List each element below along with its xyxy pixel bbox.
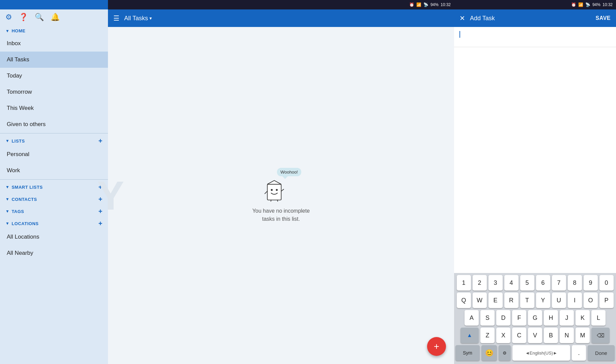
middle-panel: ☰ All Tasks ▾ Y Woohoo!: [108, 9, 454, 364]
sidebar-item-today[interactable]: Today: [0, 68, 108, 84]
lists-label: LISTS: [11, 139, 25, 144]
woohoo-illustration: Woohoo!: [261, 168, 301, 202]
sidebar-item-all-nearby[interactable]: All Nearby: [0, 245, 108, 261]
svg-point-3: [276, 189, 278, 191]
key-j[interactable]: J: [560, 310, 574, 326]
key-t[interactable]: T: [520, 293, 534, 308]
right-panel-header: ✕ Add Task SAVE: [454, 9, 616, 27]
section-smart-lists: ▼ SMART LISTS +: [0, 180, 108, 192]
emoji-key[interactable]: 😊: [481, 345, 497, 361]
bell-icon[interactable]: 🔔: [51, 13, 60, 22]
key-1[interactable]: 1: [457, 275, 471, 291]
key-w[interactable]: W: [473, 293, 487, 308]
time-right: 10:32: [603, 2, 613, 7]
keyboard-row-asdf: A S D F G H J K L: [455, 310, 615, 326]
key-a[interactable]: A: [465, 310, 479, 326]
key-5[interactable]: 5: [520, 275, 534, 291]
key-u[interactable]: U: [552, 293, 566, 308]
middle-panel-title: All Tasks ▾: [124, 15, 152, 22]
sidebar-item-this-week[interactable]: This Week: [0, 100, 108, 116]
signal-icon: 📡: [423, 2, 428, 7]
key-l[interactable]: L: [591, 310, 606, 326]
smart-lists-chevron: ▼: [5, 185, 9, 189]
sidebar-item-given-to-others[interactable]: Given to others: [0, 116, 108, 132]
key-g[interactable]: G: [528, 310, 542, 326]
key-7[interactable]: 7: [552, 275, 566, 291]
delete-key[interactable]: ⌫: [591, 328, 610, 343]
key-k[interactable]: K: [576, 310, 590, 326]
hamburger-icon[interactable]: ☰: [113, 14, 119, 22]
sidebar-item-inbox[interactable]: Inbox: [0, 35, 108, 52]
key-6[interactable]: 6: [536, 275, 550, 291]
svg-marker-1: [267, 180, 281, 184]
svg-line-6: [265, 191, 267, 193]
key-f[interactable]: F: [512, 310, 526, 326]
empty-state-text: You have no incompletetasks in this list…: [252, 207, 310, 223]
empty-state: Woohoo!: [252, 168, 310, 223]
key-4[interactable]: 4: [504, 275, 519, 291]
panel-content: Y Woohoo!: [108, 27, 454, 364]
close-button[interactable]: ✕: [459, 14, 465, 22]
period-key[interactable]: .: [572, 345, 586, 361]
sidebar-item-all-locations[interactable]: All Locations: [0, 229, 108, 245]
battery-mid: 94%: [430, 2, 439, 7]
contacts-chevron: ▼: [5, 197, 9, 202]
key-p[interactable]: P: [599, 293, 614, 308]
key-x[interactable]: X: [496, 328, 510, 343]
locations-chevron: ▼: [5, 221, 9, 226]
add-tag-button[interactable]: +: [99, 208, 103, 215]
space-key[interactable]: ◄ English(US) ►: [512, 345, 570, 361]
status-bar-right: ⏰ 📶 📡 94% 10:32: [454, 0, 616, 9]
key-y[interactable]: Y: [536, 293, 550, 308]
key-i[interactable]: I: [568, 293, 582, 308]
key-2[interactable]: 2: [473, 275, 487, 291]
fab-add-task[interactable]: +: [427, 337, 446, 356]
key-s[interactable]: S: [480, 310, 495, 326]
done-key[interactable]: Done: [588, 345, 615, 361]
add-smart-list-button[interactable]: +: [99, 184, 103, 190]
key-c[interactable]: C: [512, 328, 526, 343]
sidebar-item-personal[interactable]: Personal: [0, 146, 108, 162]
key-v[interactable]: V: [528, 328, 542, 343]
key-m[interactable]: M: [576, 328, 590, 343]
sidebar-item-all-tasks[interactable]: All Tasks: [0, 52, 108, 68]
key-h[interactable]: H: [544, 310, 558, 326]
key-q[interactable]: Q: [457, 293, 471, 308]
add-task-title: Add Task: [470, 15, 591, 22]
sidebar-item-tomorrow[interactable]: Tomorrow: [0, 84, 108, 100]
dropdown-chevron-icon[interactable]: ▾: [149, 16, 152, 21]
locations-label: LOCATIONS: [11, 221, 38, 226]
key-e[interactable]: E: [488, 293, 503, 308]
key-3[interactable]: 3: [488, 275, 503, 291]
key-9[interactable]: 9: [584, 275, 598, 291]
key-b[interactable]: B: [544, 328, 558, 343]
add-list-button[interactable]: +: [99, 138, 103, 144]
key-0[interactable]: 0: [599, 275, 614, 291]
save-button[interactable]: SAVE: [596, 15, 611, 21]
sym-key[interactable]: Sym: [455, 345, 480, 361]
search-icon[interactable]: 🔍: [35, 13, 44, 22]
task-input-area[interactable]: [454, 27, 616, 47]
smart-lists-label: SMART LISTS: [11, 185, 43, 190]
key-d[interactable]: D: [496, 310, 510, 326]
key-r[interactable]: R: [504, 293, 519, 308]
svg-rect-0: [267, 184, 281, 200]
help-icon[interactable]: ❓: [19, 13, 28, 22]
key-z[interactable]: Z: [480, 328, 495, 343]
section-lists: ▼ LISTS +: [0, 134, 108, 146]
add-contact-button[interactable]: +: [99, 196, 103, 203]
right-panel: ✕ Add Task SAVE 1 2 3 4 5 6 7 8 9 0: [454, 9, 616, 364]
key-o[interactable]: O: [584, 293, 598, 308]
shift-key[interactable]: ▲: [460, 328, 479, 343]
key-n[interactable]: N: [560, 328, 574, 343]
time-mid: 10:32: [441, 2, 451, 7]
gear-key[interactable]: ⚙: [499, 345, 511, 361]
key-8[interactable]: 8: [568, 275, 582, 291]
gear-icon[interactable]: ⚙: [5, 13, 12, 22]
add-location-button[interactable]: +: [99, 220, 103, 227]
milk-carton-icon: [264, 178, 284, 202]
task-notes-area[interactable]: [454, 47, 616, 273]
sidebar-item-work[interactable]: Work: [0, 162, 108, 179]
keyboard-row-numbers: 1 2 3 4 5 6 7 8 9 0: [455, 275, 615, 291]
battery-right: 94%: [592, 2, 600, 7]
